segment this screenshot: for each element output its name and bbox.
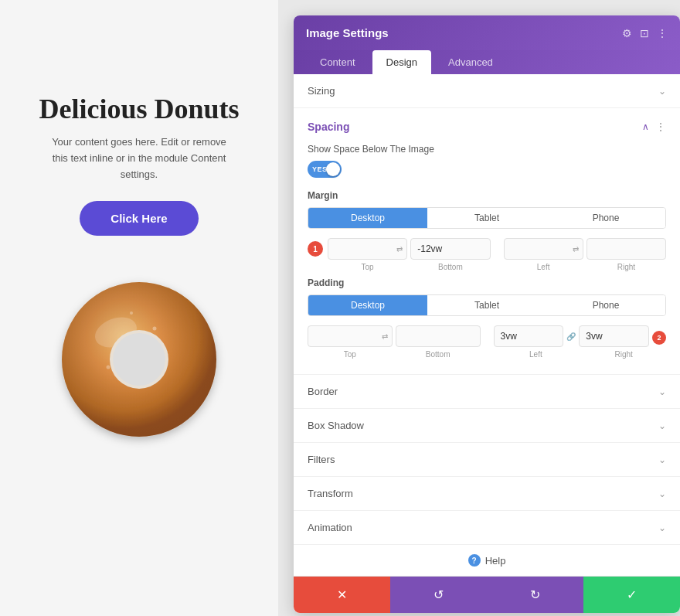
margin-top-label: Top (362, 263, 374, 271)
box-shadow-label: Box Shadow (308, 420, 364, 431)
cta-button[interactable]: Click Here (80, 201, 198, 236)
margin-left-input[interactable] (504, 238, 583, 260)
redo-button[interactable]: ↻ (487, 577, 583, 613)
padding-right-label: Right (614, 350, 632, 359)
margin-right-label-col: Right (586, 263, 666, 271)
margin-top-label-col: Top (328, 263, 407, 271)
spacing-section: Spacing ∧ ⋮ Show Space Below The Image Y… (294, 108, 680, 375)
tab-design[interactable]: Design (372, 50, 431, 74)
tab-content[interactable]: Content (306, 50, 369, 74)
page-description: Your content goes here. Edit or remove t… (46, 134, 232, 182)
padding-tablet-tab[interactable]: Tablet (427, 295, 546, 315)
spacing-more-icon[interactable]: ⋮ (655, 121, 666, 133)
box-shadow-section[interactable]: Box Shadow ⌄ (294, 409, 680, 443)
padding-left-input-wrap (494, 325, 564, 347)
margin-left-label: Left (537, 263, 550, 271)
svg-point-8 (130, 311, 133, 315)
spacing-header-controls: ∧ ⋮ (642, 121, 666, 133)
svg-point-4 (153, 327, 157, 331)
donut-image (46, 267, 232, 452)
margin-top-link-icon: ⇄ (396, 245, 403, 254)
padding-bottom-container (396, 325, 481, 347)
margin-left-link-icon: ⇄ (573, 245, 579, 254)
help-label: Help (485, 555, 506, 567)
padding-top-label-col: Top (308, 350, 393, 359)
margin-tablet-tab[interactable]: Tablet (427, 208, 546, 228)
redo-icon: ↻ (530, 587, 540, 602)
padding-right-input[interactable] (579, 325, 649, 347)
margin-bottom-container (410, 238, 490, 260)
more-icon[interactable]: ⋮ (657, 27, 668, 39)
margin-right-container (586, 238, 666, 260)
margin-right-input-wrap (586, 238, 666, 260)
show-space-label: Show Space Below The Image (308, 144, 666, 155)
animation-arrow-icon: ⌄ (658, 522, 666, 533)
page-title: Delicious Donuts (39, 93, 239, 125)
padding-top-link-icon: ⇄ (382, 332, 388, 341)
padding-top-input[interactable] (308, 325, 393, 347)
save-icon: ✓ (627, 587, 637, 602)
margin-left-label-col: Left (504, 263, 583, 271)
cancel-button[interactable]: ✕ (294, 577, 390, 613)
padding-badge: 2 (652, 331, 666, 345)
help-section[interactable]: ? Help (294, 545, 680, 576)
border-section[interactable]: Border ⌄ (294, 375, 680, 409)
show-space-toggle[interactable]: YES (308, 161, 342, 178)
panel-title: Image Settings (306, 26, 389, 39)
tab-advanced[interactable]: Advanced (434, 50, 507, 74)
settings-icon[interactable]: ⚙ (622, 27, 632, 39)
padding-bottom-input[interactable] (396, 325, 481, 347)
margin-phone-tab[interactable]: Phone (546, 208, 665, 228)
panel-header-icons: ⚙ ⊡ ⋮ (622, 27, 668, 39)
padding-right-label-col: Right (581, 350, 666, 359)
image-settings-panel: Image Settings ⚙ ⊡ ⋮ Content Design Adva… (294, 15, 680, 613)
margin-top-container: ⇄ (328, 238, 407, 260)
transform-label: Transform (308, 488, 353, 499)
padding-phone-tab[interactable]: Phone (546, 295, 665, 315)
undo-button[interactable]: ↺ (390, 577, 487, 613)
sizing-arrow-icon: ⌄ (658, 86, 666, 97)
toggle-yes-label: YES (312, 165, 328, 173)
animation-label: Animation (308, 522, 352, 533)
margin-right-input[interactable] (586, 238, 666, 260)
toggle-knob (326, 162, 340, 176)
margin-bottom-input-wrap (410, 238, 490, 260)
panel-header: Image Settings ⚙ ⊡ ⋮ (294, 15, 680, 50)
margin-badge: 1 (308, 241, 323, 257)
spacing-collapse-icon[interactable]: ∧ (642, 121, 649, 132)
padding-right-container (579, 325, 649, 347)
left-content-area: Delicious Donuts Your content goes here.… (0, 0, 278, 616)
border-arrow-icon: ⌄ (658, 386, 666, 397)
margin-left-container: ⇄ (504, 238, 583, 260)
transform-arrow-icon: ⌄ (658, 488, 666, 499)
svg-point-10 (113, 333, 165, 386)
spacing-header: Spacing ∧ ⋮ (308, 121, 666, 133)
margin-right-label: Right (617, 263, 635, 271)
padding-label: Padding (308, 277, 666, 288)
cancel-icon: ✕ (337, 587, 347, 602)
panel-body: Sizing ⌄ Spacing ∧ ⋮ Show Space Below Th… (294, 74, 680, 613)
save-button[interactable]: ✓ (583, 577, 680, 613)
sizing-label: Sizing (308, 85, 335, 97)
padding-left-container (494, 325, 564, 347)
padding-bottom-label: Bottom (426, 350, 450, 359)
margin-bottom-input[interactable] (410, 238, 490, 260)
animation-section[interactable]: Animation ⌄ (294, 511, 680, 545)
sizing-section[interactable]: Sizing ⌄ (294, 74, 680, 108)
margin-label: Margin (308, 190, 666, 201)
filters-section[interactable]: Filters ⌄ (294, 443, 680, 477)
margin-desktop-tab[interactable]: Desktop (308, 208, 427, 228)
padding-desktop-tab[interactable]: Desktop (308, 295, 427, 315)
transform-section[interactable]: Transform ⌄ (294, 477, 680, 511)
padding-bottom-input-wrap (396, 325, 481, 347)
padding-right-input-wrap (579, 325, 649, 347)
filters-label: Filters (308, 454, 335, 465)
padding-left-input[interactable] (494, 325, 564, 347)
margin-top-input-wrap: ⇄ (328, 238, 407, 260)
margin-bottom-label-col: Bottom (410, 263, 490, 271)
expand-icon[interactable]: ⊡ (640, 27, 649, 39)
padding-top-container: ⇄ (308, 325, 393, 347)
margin-top-input[interactable] (328, 238, 407, 260)
border-label: Border (308, 386, 338, 397)
padding-left-label: Left (529, 350, 542, 359)
